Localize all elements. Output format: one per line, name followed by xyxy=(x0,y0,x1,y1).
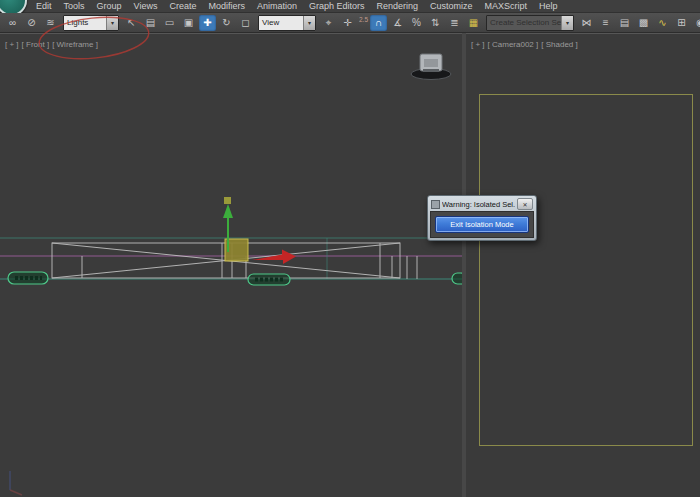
isolation-warning-dialog: Warning: Isolated Sel... ✕ Exit Isolatio… xyxy=(427,195,537,241)
menu-graph-editors[interactable]: Graph Editors xyxy=(303,0,371,13)
selection-set-dropdown[interactable]: Create Selection Se▾ xyxy=(486,15,574,31)
dropdown-arrow-icon[interactable]: ▾ xyxy=(106,16,118,30)
named-selection-sets-icon[interactable]: ▦ xyxy=(465,15,482,31)
snap-mode-label: 2.5 xyxy=(359,16,368,23)
window-crossing-icon[interactable]: ▣ xyxy=(180,15,197,31)
viewport-name-front[interactable]: [ Front ] xyxy=(22,40,50,49)
menu-tools[interactable]: Tools xyxy=(58,0,91,13)
graphite-ribbon-icon[interactable]: ▩ xyxy=(635,15,652,31)
select-and-rotate-icon[interactable]: ↻ xyxy=(218,15,235,31)
use-pivot-center-icon[interactable]: ⌖ xyxy=(320,15,337,31)
mirror-icon[interactable]: ⋈ xyxy=(578,15,595,31)
curve-editor-icon[interactable]: ∿ xyxy=(654,15,671,31)
selection-filter-dropdown[interactable]: Lights▾ xyxy=(63,15,119,31)
close-icon[interactable]: ✕ xyxy=(517,198,533,210)
angle-snap-icon[interactable]: ∡ xyxy=(389,15,406,31)
viewport-menu-icon[interactable]: [ + ] xyxy=(5,40,19,49)
front-viewport[interactable]: [ + ] [ Front ] [ Wireframe ] xyxy=(0,33,462,497)
select-by-name-icon[interactable]: ▤ xyxy=(142,15,159,31)
material-editor-icon[interactable]: ◉ xyxy=(692,15,700,31)
viewport-shading-shaded[interactable]: [ Shaded ] xyxy=(541,40,577,49)
viewport-shading-wireframe[interactable]: [ Wireframe ] xyxy=(52,40,98,49)
dropdown-arrow-icon[interactable]: ▾ xyxy=(303,16,315,30)
menu-animation[interactable]: Animation xyxy=(251,0,303,13)
select-and-link-icon[interactable]: ∞ xyxy=(4,15,21,31)
camera-safe-frame xyxy=(479,94,693,446)
menu-bar: EditToolsGroupViewsCreateModifiersAnimat… xyxy=(0,0,700,13)
align-icon[interactable]: ≡ xyxy=(597,15,614,31)
camera-viewport-label: [ + ] [ Camera002 ] [ Shaded ] xyxy=(471,40,578,49)
viewport-menu-icon[interactable]: [ + ] xyxy=(471,40,485,49)
menu-modifiers[interactable]: Modifiers xyxy=(202,0,251,13)
keyboard-override-icon[interactable]: ≣ xyxy=(446,15,463,31)
front-viewport-canvas[interactable] xyxy=(0,34,462,497)
dialog-titlebar[interactable]: Warning: Isolated Sel... ✕ xyxy=(430,198,534,210)
ceiling-lamp-object[interactable] xyxy=(411,54,451,80)
dialog-body: Exit Isolation Mode xyxy=(430,211,534,238)
percent-snap-icon[interactable]: % xyxy=(408,15,425,31)
select-and-manipulate-icon[interactable]: ✛ xyxy=(339,15,356,31)
rectangular-selection-region-icon[interactable]: ▭ xyxy=(161,15,178,31)
world-axis-tripod xyxy=(10,471,22,495)
select-object-icon[interactable]: ↖ xyxy=(123,15,140,31)
menu-group[interactable]: Group xyxy=(91,0,128,13)
unlink-selection-icon[interactable]: ⊘ xyxy=(23,15,40,31)
selection-set-dropdown-value: Create Selection Se xyxy=(487,18,561,27)
select-and-move-icon[interactable]: ✚ xyxy=(199,15,216,31)
exit-isolation-button[interactable]: Exit Isolation Mode xyxy=(435,216,529,233)
bind-to-spacewarp-icon[interactable]: ≋ xyxy=(42,15,59,31)
dialog-app-icon xyxy=(431,200,440,209)
select-and-scale-icon[interactable]: ◻ xyxy=(237,15,254,31)
snaps-toggle-icon[interactable]: ∩ xyxy=(370,15,387,31)
menu-edit[interactable]: Edit xyxy=(30,0,58,13)
dialog-title: Warning: Isolated Sel... xyxy=(442,200,515,209)
viewport-name-camera[interactable]: [ Camera002 ] xyxy=(488,40,539,49)
viewport-area: [ + ] [ Front ] [ Wireframe ] [ + ] [ Ca… xyxy=(0,33,700,497)
menu-views[interactable]: Views xyxy=(128,0,164,13)
spinner-snap-icon[interactable]: ⇅ xyxy=(427,15,444,31)
menu-maxscript[interactable]: MAXScript xyxy=(479,0,534,13)
schematic-view-icon[interactable]: ⊞ xyxy=(673,15,690,31)
selection-filter-dropdown-value: Lights xyxy=(64,18,106,27)
menu-rendering[interactable]: Rendering xyxy=(371,0,425,13)
camera-viewport[interactable]: [ + ] [ Camera002 ] [ Shaded ] xyxy=(466,33,700,497)
main-toolbar: ∞⊘≋Lights▾↖▤▭▣✚↻◻View▾⌖✛2.5∩∡%⇅≣▦Create … xyxy=(0,13,700,33)
menu-customize[interactable]: Customize xyxy=(424,0,479,13)
reference-coordinate-dropdown[interactable]: View▾ xyxy=(258,15,316,31)
dropdown-arrow-icon[interactable]: ▾ xyxy=(561,16,573,30)
menu-create[interactable]: Create xyxy=(163,0,202,13)
layer-manager-icon[interactable]: ▤ xyxy=(616,15,633,31)
front-viewport-label: [ + ] [ Front ] [ Wireframe ] xyxy=(5,40,98,49)
menu-help[interactable]: Help xyxy=(533,0,564,13)
reference-coordinate-dropdown-value: View xyxy=(259,18,303,27)
